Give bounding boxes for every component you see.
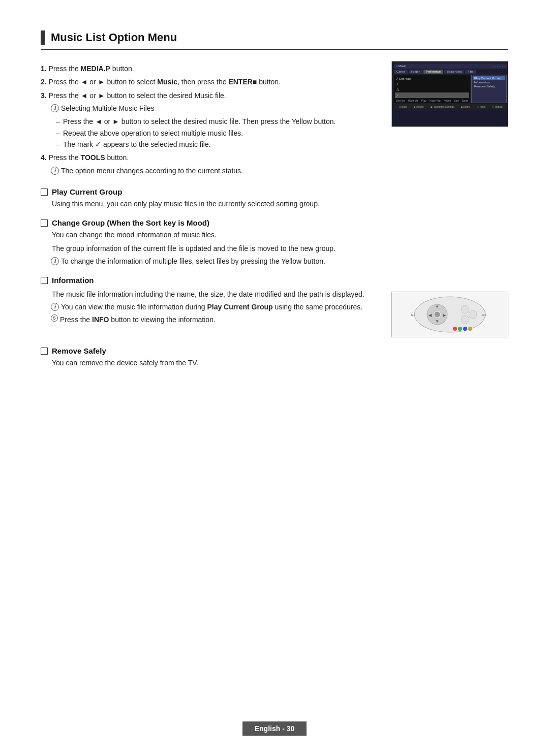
svg-point-16 [468,327,472,331]
step2-text: Press the ◄ or ► button to select Music,… [49,78,281,86]
tv-label-have: Have You [430,99,440,102]
information-note2-row: 5 Press the INFO button to viewing the i… [51,314,391,325]
step4-row: 4. Press the TOOLS button. [41,152,376,163]
svg-point-8 [461,305,469,313]
information-text-block: The music file information including the… [41,287,391,327]
tv-btn-select: ■ Select [461,105,470,108]
step2-row: 2. Press the ◄ or ► button to select Mus… [41,76,376,87]
information-content-row: The music file information including the… [41,287,508,337]
tv-screen-ui: ♪ Music · · · · · · · Genre Folder Prefe… [392,61,508,111]
tv-bottom-labels: Like Me Want Me Play Have You Nothin Sor… [395,99,469,102]
information-section: Information The music file information i… [41,276,508,337]
info-note2-text: Press the INFO button to viewing the inf… [60,314,216,325]
svg-point-7 [435,312,440,317]
intro-area: 1. Press the MEDIA.P button. 2. Press th… [41,61,508,178]
information-body: The music file information including the… [52,289,391,300]
intro-text: 1. Press the MEDIA.P button. 2. Press th… [41,61,376,178]
change-group-section: Change Group (When the Sort key is Mood)… [41,218,508,267]
change-group-header: Change Group (When the Sort key is Mood) [41,218,508,227]
title-accent [41,30,45,45]
tv-tab-row: Genre Folder Preference Basic View Title [394,70,507,74]
remove-safely-title: Remove Safely [52,346,106,355]
tv-file-row2: ♪ [395,81,469,87]
section-title-bar: Music List Option Menu [41,30,508,50]
svg-point-14 [458,327,462,331]
svg-point-15 [463,327,467,331]
section-title: Music List Option Menu [51,31,177,44]
svg-text:E2: E2 [482,313,486,317]
tv-file-energate: ♪ Energate [395,76,469,81]
change-group-title: Change Group (When the Sort key is Mood) [52,218,209,227]
remote-svg: ▲ ▼ ◀ ▶ E1 E2 [409,294,491,335]
info-note2-icon: 5 [51,314,58,322]
information-title: Information [52,276,94,285]
step1-row: 1. Press the MEDIA.P button. [41,63,376,74]
information-header: Information [41,276,508,285]
tv-btn-back: ◄ Back [398,105,407,108]
play-current-group-title: Play Current Group [52,187,122,196]
tv-dots: · · · · · · · [494,65,505,68]
svg-text:▲: ▲ [435,304,439,308]
step2-num: 2. [41,78,47,86]
tv-tab-folder: Folder [409,70,422,74]
checkbox-remove [41,348,48,355]
step3-text: Press the ◄ or ► button to select the de… [49,91,226,100]
step1-text: Press the MEDIA.P button. [49,65,134,73]
tv-tab-title: Title [465,70,476,74]
change-group-note-text: To change the information of multiple fi… [61,256,325,267]
tv-popup-menu: Play Current Group Information Remove Sa… [471,75,507,103]
tv-btn-settings: ■ Favourites Settings [431,105,454,108]
checkbox-change [41,219,48,227]
tv-label-nothin: Nothin [444,99,451,102]
tv-top-bar: ♪ Music · · · · · · · [394,64,507,69]
change-group-note-row: ℹ To change the information of multiple … [51,256,508,267]
checkmark-symbol: ✓ [95,140,101,148]
svg-text:◀: ◀ [429,313,432,318]
svg-point-13 [453,327,457,331]
remove-safely-header: Remove Safely [41,346,508,355]
tv-label-like: Like Me [396,99,405,102]
tv-label-want: Want Me [408,99,418,102]
page-container: Music List Option Menu 1. Press the MEDI… [0,0,549,756]
tv-music-icon2: ♪ [396,82,398,86]
yellow-button-text: Yellow button. [292,117,336,125]
tv-file-list: ♪ Energate ♪ ♫ ♪ Like Me [394,75,470,103]
svg-point-10 [461,316,469,324]
step3-num: 3. [41,91,47,100]
remove-safely-section: Remove Safely You can remove the device … [41,346,508,368]
tv-menu-remove-safely: Remove Safely [473,84,505,88]
play-current-group-body: Using this menu, you can only play music… [52,198,508,209]
tv-content: ♪ Energate ♪ ♫ ♪ Like Me [394,75,507,103]
tv-file-row3: ♫ [395,87,469,92]
tv-btn-tools: △ Tools [477,105,485,108]
step4-text: Press the TOOLS button. [49,153,129,162]
svg-text:E1: E1 [411,313,415,317]
step1-num: 1. [41,65,47,73]
change-group-body2: The group information of the current fil… [52,243,508,254]
tv-label-done: Done [462,99,468,102]
information-note1-row: ℹ You can view the music file informatio… [51,302,391,312]
change-group-note-icon: ℹ [51,257,59,265]
tv-tab-genre: Genre [394,70,408,74]
play-current-group-header: Play Current Group [41,187,508,196]
sub-bullet-list: Press the ◄ or ► button to select the de… [56,116,376,150]
checkbox-play [41,188,48,196]
step4-num: 4. [41,153,47,162]
note-circle-icon: ℹ [51,104,59,112]
tv-screenshot: ♪ Music · · · · · · · Genre Folder Prefe… [391,61,508,127]
footer: English - 30 [0,721,549,736]
change-group-body1: You can change the mood information of m… [52,229,508,240]
selecting-note-row: ℹ Selecting Multiple Music Files [51,103,376,114]
tv-bottom-bar: ◄ Back ■ Device ■ Favourites Settings ■ … [394,104,507,109]
checkbox-info [41,277,48,284]
svg-text:▶: ▶ [443,313,446,318]
tv-label-play: Play [421,99,426,102]
step4-note-row: ℹ The option menu changes according to t… [51,166,376,176]
tv-music-icon3: ♫ [396,87,399,92]
selecting-label: Selecting Multiple Music Files [61,103,155,114]
bullet2: Repeat the above operation to select mul… [56,128,376,139]
tv-btn-device: ■ Device [414,105,424,108]
tv-music-icon4: ♪ [396,93,398,98]
tv-menu-information: Information [473,80,505,84]
remote-image: ▲ ▼ ◀ ▶ E1 E2 [391,292,508,337]
